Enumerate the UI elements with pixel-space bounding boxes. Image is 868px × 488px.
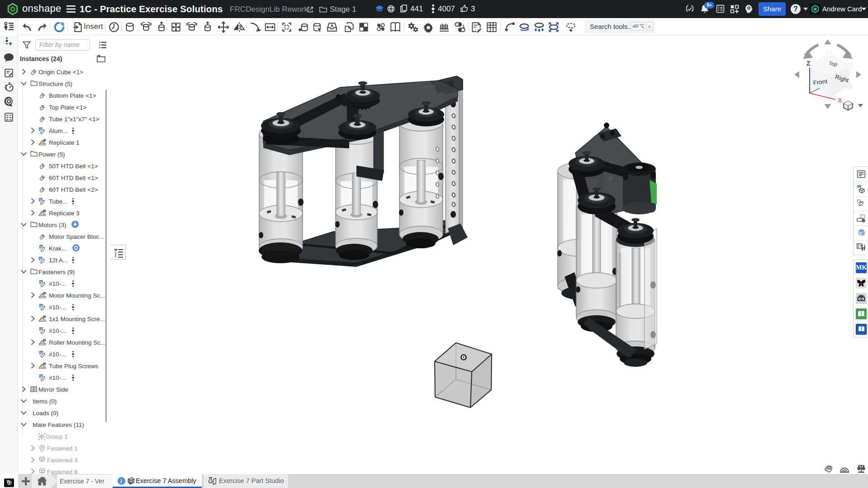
svg-text:X: X	[838, 97, 842, 104]
svg-text:Z: Z	[806, 60, 811, 67]
